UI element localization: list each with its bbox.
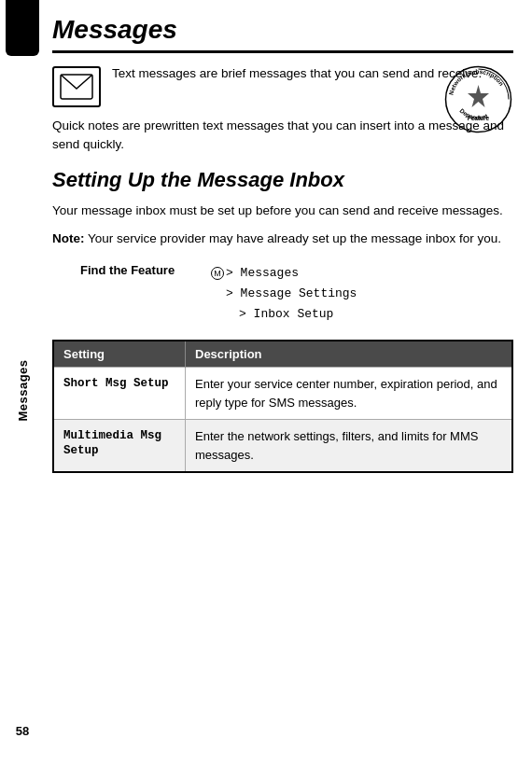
network-badge: Network/Subscription Dependent Feature — [443, 64, 513, 134]
body-text: Your message inbox must be set up before… — [52, 202, 513, 220]
setting-desc-2: Enter the network settings, filters, and… — [186, 420, 513, 473]
circle-m-icon: M — [211, 267, 224, 280]
path-line1: > Messages — [226, 266, 299, 280]
find-feature-label: Find the Feature — [80, 263, 211, 277]
find-feature: Find the Feature M> Messages > Message S… — [52, 263, 513, 325]
settings-table: Setting Description Short Msg Setup Ente… — [52, 340, 513, 473]
main-content: Messages Text messages are brief message… — [45, 0, 532, 766]
page-number: 58 — [16, 724, 29, 747]
note-text: Note: Your service provider may have alr… — [52, 230, 513, 248]
table-header-row: Setting Description — [53, 341, 512, 368]
setting-desc-1: Enter your service center number, expira… — [186, 368, 513, 420]
col-header-setting: Setting — [53, 341, 186, 368]
network-badge-svg: Network/Subscription Dependent Feature — [443, 64, 513, 134]
col-header-description: Description — [186, 341, 513, 368]
table-row: Short Msg Setup Enter your service cente… — [53, 368, 512, 420]
left-sidebar: Messages 58 — [0, 0, 45, 766]
page-title: Messages — [52, 15, 513, 53]
note-content: Your service provider may have already s… — [88, 231, 501, 245]
envelope-svg — [60, 74, 93, 100]
setting-name-1: Short Msg Setup — [53, 368, 186, 420]
setting-name-2: Multimedia Msg Setup — [53, 420, 186, 473]
svg-text:Feature: Feature — [468, 115, 490, 121]
section-heading: Setting Up the Message Inbox — [52, 168, 513, 192]
intro-text: Text messages are brief messages that yo… — [112, 64, 482, 83]
sidebar-vertical-label: Messages — [16, 359, 30, 421]
intro-section: Text messages are brief messages that yo… — [52, 64, 513, 107]
path-line2: > Message Settings — [226, 286, 357, 300]
find-feature-path: M> Messages > Message Settings > Inbox S… — [211, 263, 357, 325]
table-row: Multimedia Msg Setup Enter the network s… — [53, 420, 512, 473]
black-tab — [6, 0, 39, 56]
note-label: Note: — [52, 231, 85, 245]
path-line3: > Inbox Setup — [239, 307, 333, 321]
svg-marker-4 — [468, 85, 489, 107]
message-icon — [52, 66, 101, 107]
